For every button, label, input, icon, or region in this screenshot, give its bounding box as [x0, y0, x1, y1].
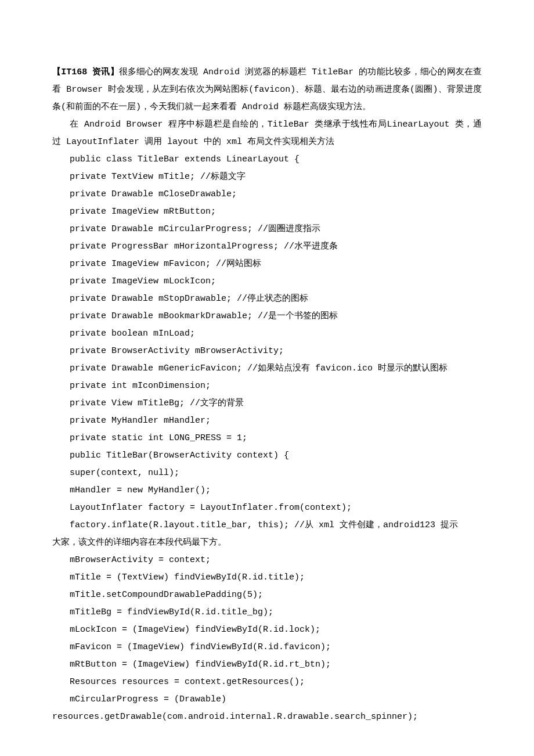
code-line: Resources resources = context.getResourc…	[52, 674, 482, 691]
intro-text-2: 在 Android Browser 程序中标题栏是自绘的，TitleBar 类继…	[52, 120, 482, 147]
code-line: mHandler = new MyHandler();	[52, 482, 482, 499]
code-line: mBrowserActivity = context;	[52, 552, 482, 569]
code-line: private TextView mTitle; //标题文字	[52, 168, 482, 186]
code-line: private Drawable mStopDrawable; //停止状态的图…	[52, 290, 482, 308]
code-line: private ImageView mRtButton;	[52, 203, 482, 221]
intro-paragraph-2: 在 Android Browser 程序中标题栏是自绘的，TitleBar 类继…	[52, 116, 482, 151]
code-line: mTitle = (TextView) findViewById(R.id.ti…	[52, 569, 482, 586]
code-line: mLockIcon = (ImageView) findViewById(R.i…	[52, 621, 482, 639]
code-line: private View mTitleBg; //文字的背景	[52, 395, 482, 412]
code-line: mRtButton = (ImageView) findViewById(R.i…	[52, 656, 482, 674]
code-line: private MyHandler mHandler;	[52, 412, 482, 430]
code-line: private Drawable mCircularProgress; //圆圈…	[52, 221, 482, 238]
code-line: private ProgressBar mHorizontalProgress;…	[52, 238, 482, 255]
code-line: private Drawable mCloseDrawable;	[52, 186, 482, 203]
code-line: private Drawable mBookmarkDrawable; //是一…	[52, 308, 482, 325]
code-line: mFavicon = (ImageView) findViewById(R.id…	[52, 639, 482, 656]
code-line: mTitle.setCompoundDrawablePadding(5);	[52, 586, 482, 604]
intro-paragraph-1: 【IT168 资讯】很多细心的网友发现 Android 浏览器的标题栏 Titl…	[52, 64, 482, 116]
code-line: super(context, null);	[52, 465, 482, 482]
code-line: private ImageView mFavicon; //网站图标	[52, 255, 482, 273]
code-line: LayoutInflater factory = LayoutInflater.…	[52, 499, 482, 517]
it168-tag: 【IT168 资讯】	[52, 67, 119, 77]
code-line: private static int LONG_PRESS = 1;	[52, 430, 482, 447]
code-line-wrap: resources.getDrawable(com.android.intern…	[52, 708, 482, 726]
code-line: mCircularProgress = (Drawable)	[52, 691, 482, 708]
code-line: private Drawable mGenericFavicon; //如果站点…	[52, 360, 482, 377]
code-line: factory.inflate(R.layout.title_bar, this…	[52, 517, 482, 534]
code-line: private int mIconDimension;	[52, 377, 482, 395]
code-line: public class TitleBar extends LinearLayo…	[52, 151, 482, 168]
code-line: mTitleBg = findViewById(R.id.title_bg);	[52, 604, 482, 621]
code-line: public TitleBar(BrowserActivity context)…	[52, 447, 482, 465]
code-line-wrap: 大家，该文件的详细内容在本段代码最下方。	[52, 534, 482, 552]
code-line: private BrowserActivity mBrowserActivity…	[52, 343, 482, 360]
code-line: private boolean mInLoad;	[52, 325, 482, 343]
code-line: private ImageView mLockIcon;	[52, 273, 482, 290]
